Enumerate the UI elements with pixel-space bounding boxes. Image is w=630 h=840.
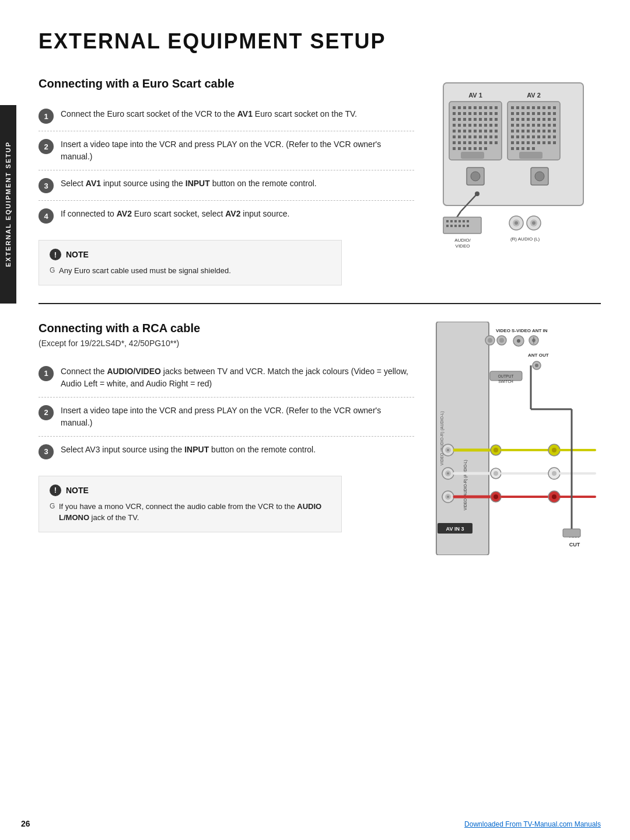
rca-title: Connecting with a RCA cable	[38, 322, 414, 335]
euro-note-box: ! NOTE Any Euro scart cable used must be…	[38, 240, 342, 285]
svg-text:CUT: CUT	[569, 542, 580, 548]
svg-point-180	[517, 339, 520, 343]
svg-rect-86	[527, 112, 530, 115]
svg-rect-34	[479, 124, 482, 127]
svg-point-176	[488, 338, 492, 343]
svg-rect-75	[516, 106, 519, 109]
svg-point-170	[532, 221, 536, 225]
svg-rect-92	[511, 118, 514, 121]
svg-rect-113	[527, 130, 530, 133]
footer-link[interactable]: Downloaded From TV-Manual.com Manuals	[464, 820, 601, 828]
euro-scart-left: Connecting with a Euro Scart cable 1 Con…	[38, 77, 414, 285]
rca-section: Connecting with a RCA cable (Except for …	[38, 322, 601, 557]
svg-rect-71	[484, 147, 487, 150]
svg-rect-85	[522, 112, 524, 115]
svg-rect-107	[542, 124, 545, 127]
svg-rect-67	[463, 147, 466, 150]
svg-rect-8	[484, 106, 487, 109]
svg-rect-89	[542, 112, 545, 115]
svg-point-146	[535, 172, 544, 181]
svg-text:(R) AUDIO (L): (R) AUDIO (L)	[510, 236, 540, 242]
svg-rect-160	[459, 225, 461, 227]
svg-rect-117	[548, 130, 551, 133]
svg-rect-97	[537, 118, 540, 121]
svg-rect-2	[453, 106, 456, 109]
svg-rect-61	[479, 141, 482, 144]
step-number-3: 3	[38, 178, 54, 193]
svg-rect-132	[532, 141, 535, 144]
svg-point-221	[552, 494, 556, 499]
step-text-euro-2: Insert a video tape into the VCR and pre…	[61, 138, 414, 163]
svg-rect-88	[537, 112, 540, 115]
svg-rect-139	[522, 147, 524, 150]
svg-rect-91	[553, 112, 556, 115]
step-euro-4: 4 If connected to AV2 Euro scart socket,…	[38, 201, 414, 231]
step-number-4: 4	[38, 208, 54, 224]
svg-rect-118	[553, 130, 556, 133]
svg-rect-140	[527, 147, 530, 150]
svg-point-178	[499, 338, 504, 343]
svg-rect-6	[474, 106, 477, 109]
svg-rect-70	[479, 147, 482, 150]
svg-rect-57	[458, 141, 461, 144]
euro-scart-section: Connecting with a Euro Scart cable 1 Con…	[38, 77, 601, 285]
svg-rect-13	[463, 112, 466, 115]
svg-rect-161	[463, 225, 465, 227]
svg-text:AV IN 3: AV IN 3	[446, 526, 464, 532]
svg-rect-96	[532, 118, 535, 121]
svg-rect-152	[450, 220, 453, 222]
svg-rect-45	[489, 130, 492, 133]
svg-rect-106	[537, 124, 540, 127]
svg-rect-35	[484, 124, 487, 127]
svg-rect-26	[484, 118, 487, 121]
svg-rect-68	[468, 147, 471, 150]
svg-rect-77	[527, 106, 530, 109]
svg-rect-36	[489, 124, 492, 127]
svg-rect-110	[511, 130, 514, 133]
svg-rect-134	[542, 141, 545, 144]
svg-rect-30	[458, 124, 461, 127]
step-text-euro-3: Select AV1 input source using the INPUT …	[61, 177, 317, 190]
svg-rect-19	[495, 112, 498, 115]
svg-rect-103	[522, 124, 524, 127]
svg-rect-47	[453, 135, 456, 138]
svg-point-192	[447, 449, 449, 451]
svg-rect-112	[522, 130, 524, 133]
svg-text:VIDEO (AUDIO-R) (AUDIO-L): VIDEO (AUDIO-R) (AUDIO-L)	[440, 411, 444, 465]
svg-rect-159	[454, 225, 457, 227]
svg-rect-5	[468, 106, 471, 109]
svg-rect-37	[495, 124, 498, 127]
svg-rect-93	[516, 118, 519, 121]
rca-note-header: ! NOTE	[50, 485, 331, 496]
svg-text:ANT OUT: ANT OUT	[528, 353, 549, 358]
svg-rect-20	[453, 118, 456, 121]
svg-rect-24	[474, 118, 477, 121]
svg-point-218	[494, 494, 498, 499]
svg-rect-31	[463, 124, 466, 127]
rca-note-item-1: If you have a mono VCR, connect the audi…	[50, 501, 331, 524]
svg-rect-104	[527, 124, 530, 127]
rca-note-box: ! NOTE If you have a mono VCR, connect t…	[38, 476, 342, 532]
svg-rect-94	[522, 118, 524, 121]
euro-scart-diagram: AV 1 AV 2	[432, 77, 601, 285]
euro-scart-svg: AV 1 AV 2	[432, 77, 595, 264]
svg-rect-125	[542, 135, 545, 138]
svg-rect-16	[479, 112, 482, 115]
svg-point-186	[535, 364, 538, 367]
svg-rect-48	[458, 135, 461, 138]
rca-diagram: VIDEO (AUDIO-R) (AUDIO-L) VIDEO S-VIDEO …	[432, 322, 601, 557]
svg-rect-4	[463, 106, 466, 109]
svg-rect-137	[511, 147, 514, 150]
svg-rect-54	[489, 135, 492, 138]
svg-rect-95	[527, 118, 530, 121]
svg-rect-87	[532, 112, 535, 115]
step-rca-text-2: Insert a video tape into the VCR and pre…	[61, 405, 414, 429]
svg-rect-38	[453, 130, 456, 133]
step-rca-1: 1 Connect the AUDIO/VIDEO jacks between …	[38, 358, 414, 398]
svg-rect-102	[516, 124, 519, 127]
svg-rect-124	[537, 135, 540, 138]
svg-point-211	[494, 471, 498, 476]
svg-rect-62	[484, 141, 487, 144]
svg-rect-83	[511, 112, 514, 115]
step-rca-number-2: 2	[38, 405, 54, 420]
